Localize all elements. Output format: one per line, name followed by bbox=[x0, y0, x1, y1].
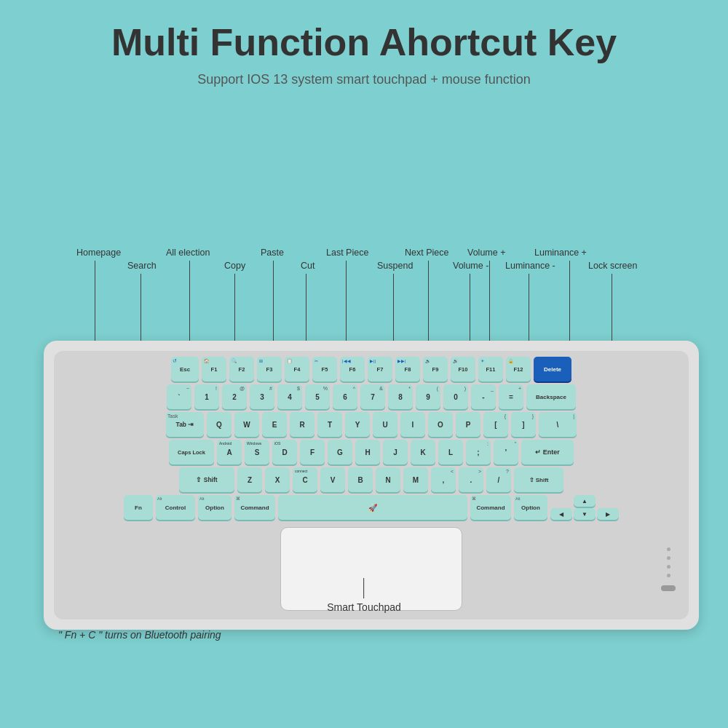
key-period[interactable]: > . bbox=[459, 467, 483, 492]
key-f9[interactable]: 🔉 F9 bbox=[423, 357, 448, 381]
key-f4[interactable]: 📋 F4 bbox=[285, 357, 309, 381]
key-f8[interactable]: ▶▶| F8 bbox=[395, 357, 420, 381]
touchpad-label: Smart Touchpad bbox=[327, 578, 401, 613]
key-space[interactable]: 🚀 bbox=[278, 495, 467, 520]
key-enter[interactable]: ↵ Enter bbox=[521, 440, 574, 464]
key-f5[interactable]: ✂ F5 bbox=[312, 357, 337, 381]
key-d[interactable]: iOS D bbox=[272, 440, 297, 464]
key-f11[interactable]: ☀ F11 bbox=[478, 357, 503, 381]
label-luminance-plus: Luminance + bbox=[534, 248, 587, 258]
key-rbracket[interactable]: } ] bbox=[511, 412, 536, 437]
key-y[interactable]: Y bbox=[345, 412, 370, 437]
diagram-area: Homepage Search All election Copy Paste … bbox=[0, 95, 728, 648]
key-3[interactable]: # 3 bbox=[250, 384, 274, 409]
key-f[interactable]: F bbox=[300, 440, 325, 464]
label-copy: Copy bbox=[224, 261, 245, 271]
key-s[interactable]: Windows S bbox=[245, 440, 269, 464]
key-j[interactable]: J bbox=[383, 440, 408, 464]
key-minus[interactable]: _ - bbox=[471, 384, 496, 409]
label-next-piece: Next Piece bbox=[405, 248, 448, 258]
key-h[interactable]: H bbox=[355, 440, 380, 464]
key-4[interactable]: $ 4 bbox=[277, 384, 302, 409]
label-suspend: Suspend bbox=[377, 261, 413, 271]
main-title: Multi Function Ahortcut Key bbox=[0, 0, 728, 63]
key-backslash[interactable]: | \ bbox=[539, 412, 577, 437]
key-g[interactable]: G bbox=[328, 440, 352, 464]
label-last-piece: Last Piece bbox=[326, 248, 368, 258]
key-f10[interactable]: 🔊 F10 bbox=[451, 357, 475, 381]
key-f7[interactable]: ▶|| F7 bbox=[368, 357, 392, 381]
key-arrow-up[interactable]: ▲ bbox=[574, 495, 596, 507]
key-k[interactable]: K bbox=[411, 440, 435, 464]
key-backspace[interactable]: Backspace bbox=[526, 384, 576, 409]
key-5[interactable]: % 5 bbox=[305, 384, 330, 409]
led-dot-2 bbox=[667, 556, 670, 560]
key-6[interactable]: ^ 6 bbox=[333, 384, 357, 409]
key-semicolon[interactable]: : ; bbox=[466, 440, 491, 464]
key-2[interactable]: @ 2 bbox=[222, 384, 247, 409]
led-dot-1 bbox=[667, 547, 670, 551]
key-v[interactable]: V bbox=[320, 467, 345, 492]
key-m[interactable]: M bbox=[403, 467, 428, 492]
key-fn[interactable]: Fn bbox=[124, 495, 153, 520]
key-delete[interactable]: Delete bbox=[534, 357, 571, 381]
label-lock-screen: Lock screen bbox=[588, 261, 637, 271]
key-quote[interactable]: " ' bbox=[494, 440, 518, 464]
key-cmd-left[interactable]: ⌘ Command bbox=[234, 495, 275, 520]
key-c[interactable]: connect C bbox=[293, 467, 317, 492]
key-w[interactable]: W bbox=[234, 412, 259, 437]
key-f12[interactable]: 🔒 F12 bbox=[506, 357, 531, 381]
key-7[interactable]: & 7 bbox=[360, 384, 385, 409]
key-p[interactable]: P bbox=[456, 412, 480, 437]
label-volume-plus: Volume + bbox=[467, 248, 505, 258]
key-b[interactable]: B bbox=[348, 467, 373, 492]
key-e[interactable]: E bbox=[262, 412, 287, 437]
key-backtick[interactable]: ~ ` bbox=[167, 384, 191, 409]
key-shift-right[interactable]: ⇧ Shift bbox=[514, 467, 563, 492]
label-volume-minus: Volume - bbox=[453, 261, 488, 271]
key-x[interactable]: X bbox=[265, 467, 290, 492]
key-t[interactable]: T bbox=[317, 412, 342, 437]
label-homepage: Homepage bbox=[76, 248, 121, 258]
key-esc[interactable]: ↺ Esc bbox=[171, 357, 199, 381]
key-f1[interactable]: 🏠 F1 bbox=[202, 357, 226, 381]
key-equal[interactable]: + = bbox=[499, 384, 523, 409]
key-option-right[interactable]: Alt Option bbox=[514, 495, 547, 520]
key-f3[interactable]: ⊞ F3 bbox=[257, 357, 282, 381]
label-paste: Paste bbox=[261, 248, 284, 258]
key-r[interactable]: R bbox=[290, 412, 314, 437]
key-cmd-right[interactable]: ⌘ Command bbox=[470, 495, 511, 520]
key-arrow-right[interactable]: ▶ bbox=[597, 508, 619, 520]
led-dot-4 bbox=[667, 574, 670, 577]
key-1[interactable]: ! 1 bbox=[194, 384, 219, 409]
key-o[interactable]: O bbox=[428, 412, 453, 437]
key-0[interactable]: ) 0 bbox=[443, 384, 468, 409]
key-shift-left[interactable]: ⇧ Shift bbox=[179, 467, 234, 492]
bottom-note: " Fn + C " turns on Bluetooth pairing bbox=[58, 629, 221, 641]
key-arrow-down[interactable]: ▼ bbox=[574, 508, 596, 520]
key-option-left[interactable]: Alt Option bbox=[198, 495, 232, 520]
key-ctrl[interactable]: Alt Control bbox=[156, 495, 195, 520]
key-u[interactable]: U bbox=[373, 412, 397, 437]
key-tab[interactable]: Task Tab ⇥ bbox=[166, 412, 204, 437]
key-capslock[interactable]: Caps Lock bbox=[169, 440, 214, 464]
key-i[interactable]: I bbox=[400, 412, 425, 437]
key-slash[interactable]: ? / bbox=[486, 467, 511, 492]
key-f2[interactable]: 🔍 F2 bbox=[229, 357, 254, 381]
key-comma[interactable]: < , bbox=[431, 467, 456, 492]
label-cut: Cut bbox=[301, 261, 314, 271]
key-9[interactable]: ( 9 bbox=[416, 384, 440, 409]
key-8[interactable]: * 8 bbox=[388, 384, 413, 409]
key-arrow-left[interactable]: ◀ bbox=[550, 508, 572, 520]
key-z[interactable]: Z bbox=[237, 467, 262, 492]
label-luminance-minus: Luminance - bbox=[505, 261, 555, 271]
key-n[interactable]: N bbox=[376, 467, 400, 492]
key-l[interactable]: L bbox=[438, 440, 463, 464]
label-search: Search bbox=[127, 261, 157, 271]
label-all-election: All election bbox=[166, 248, 210, 258]
power-button[interactable] bbox=[661, 585, 676, 591]
key-lbracket[interactable]: { [ bbox=[483, 412, 508, 437]
key-a[interactable]: Android A bbox=[217, 440, 242, 464]
key-q[interactable]: Q bbox=[207, 412, 232, 437]
key-f6[interactable]: |◀◀ F6 bbox=[340, 357, 365, 381]
